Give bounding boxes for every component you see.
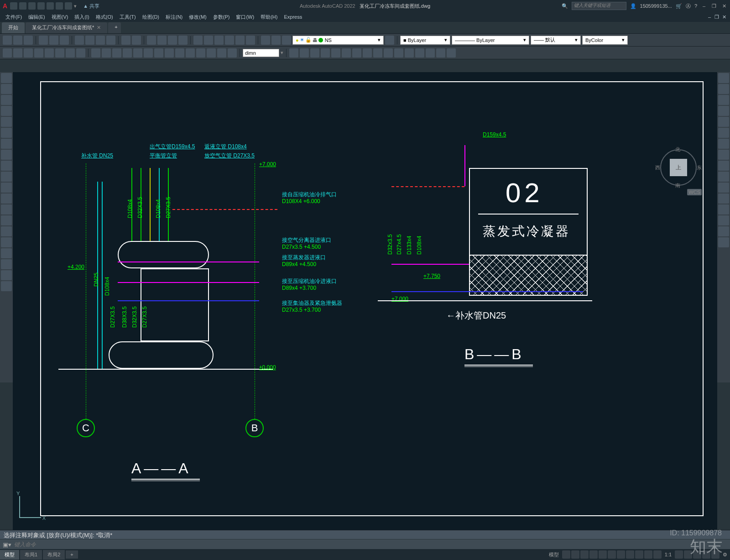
hatch-icon[interactable] — [76, 48, 85, 58]
pl-ellipse-icon[interactable] — [1, 172, 12, 182]
pl-rect-icon[interactable] — [1, 117, 12, 127]
pr-fillet-icon[interactable] — [718, 226, 729, 236]
pr-extend-icon[interactable] — [718, 183, 729, 193]
layer-dropdown[interactable]: ●☀🔓🖶 NS▾ — [292, 36, 384, 45]
dim-rad-icon[interactable] — [321, 48, 330, 58]
status-osnap-icon[interactable] — [599, 550, 607, 559]
leader-icon[interactable] — [373, 48, 382, 58]
linetype-dropdown[interactable]: ———— ByLayer▾ — [452, 36, 529, 45]
pl-block-icon[interactable] — [1, 204, 12, 215]
dim-cont-icon[interactable] — [352, 48, 361, 58]
qat-saveas-icon[interactable] — [37, 2, 45, 10]
layer-state-icon[interactable] — [271, 36, 281, 45]
qat-redo-icon[interactable] — [65, 2, 72, 10]
pl-insert-icon[interactable] — [1, 194, 12, 204]
move-icon[interactable] — [91, 48, 100, 58]
pr-mirror-icon[interactable] — [718, 95, 729, 105]
layout-tab-plus[interactable]: + — [66, 550, 78, 559]
pr-break-icon[interactable] — [718, 194, 729, 204]
dc-icon[interactable] — [204, 36, 213, 45]
preview-icon[interactable] — [49, 36, 58, 45]
pr-move-icon[interactable] — [718, 128, 729, 138]
layout-tab-model[interactable]: 模型 — [0, 550, 19, 560]
layout-tab-1[interactable]: 布局1 — [20, 550, 42, 560]
status-grid-icon[interactable] — [562, 550, 570, 559]
circle-icon[interactable] — [24, 48, 33, 58]
dim-ord-icon[interactable] — [342, 48, 351, 58]
status-hw-icon[interactable] — [702, 550, 710, 559]
cut-icon[interactable] — [75, 36, 84, 45]
offset-icon[interactable] — [196, 48, 205, 58]
qat-dropdown-icon[interactable]: ▾ — [74, 3, 77, 9]
pl-point-icon[interactable] — [1, 215, 12, 225]
doc-close-button[interactable]: ✕ — [721, 14, 727, 20]
pan-icon[interactable] — [147, 36, 156, 45]
qat-undo-icon[interactable] — [56, 2, 63, 10]
pl-grad-icon[interactable] — [1, 237, 12, 247]
menu-help[interactable]: 帮助(H) — [258, 13, 280, 21]
view-cube[interactable]: 上 北 南 东 西 WCS — [658, 147, 699, 188]
tp-icon[interactable] — [214, 36, 224, 45]
menu-tools[interactable]: 工具(T) — [117, 13, 139, 21]
menu-view[interactable]: 视图(V) — [49, 13, 71, 21]
zoomwin-icon[interactable] — [168, 36, 177, 45]
command-input[interactable] — [14, 541, 727, 548]
fillet-icon[interactable] — [175, 48, 184, 58]
menu-insert[interactable]: 插入(I) — [72, 13, 92, 21]
undo2-icon[interactable] — [121, 36, 130, 45]
status-clean-icon[interactable] — [711, 550, 720, 559]
rotate-icon[interactable] — [112, 48, 121, 58]
paste-icon[interactable] — [96, 36, 105, 45]
rect-icon[interactable] — [45, 48, 54, 58]
pr-copy-icon[interactable] — [718, 84, 729, 94]
menu-file[interactable]: 文件(F) — [3, 13, 25, 21]
qat-open-icon[interactable] — [19, 2, 26, 10]
dimstyle-dd-icon[interactable]: ▾ — [281, 50, 283, 56]
markup-icon[interactable] — [235, 36, 245, 45]
stretch-icon[interactable] — [144, 48, 153, 58]
menu-format[interactable]: 格式(O) — [93, 13, 116, 21]
status-iso-icon[interactable] — [693, 550, 701, 559]
dim-edit-icon[interactable] — [415, 48, 424, 58]
tab-start[interactable]: 开始 — [2, 22, 25, 33]
search-input[interactable]: 键入关键字或短语 — [572, 2, 626, 10]
pl-addsel-icon[interactable] — [1, 281, 12, 291]
color-dropdown[interactable]: ■ ByLayer▾ — [400, 36, 450, 45]
trim-icon[interactable] — [154, 48, 163, 58]
pl-ellarc-icon[interactable] — [1, 183, 12, 193]
pr-trim-icon[interactable] — [718, 172, 729, 182]
cart-icon[interactable]: 🛒 — [676, 3, 682, 9]
print-icon[interactable] — [39, 36, 48, 45]
pr-stretch-icon[interactable] — [718, 161, 729, 171]
ellipse-icon[interactable] — [66, 48, 75, 58]
ssm-icon[interactable] — [225, 36, 234, 45]
dim-lin-icon[interactable] — [289, 48, 298, 58]
status-monitor-icon[interactable] — [684, 550, 692, 559]
doc-max-button[interactable]: ❐ — [714, 14, 720, 20]
status-lwt-icon[interactable] — [626, 550, 634, 559]
menu-param[interactable]: 参数(P) — [210, 13, 233, 21]
pl-region-icon[interactable] — [1, 248, 12, 258]
zoomprev-icon[interactable] — [178, 36, 188, 45]
pr-rotate-icon[interactable] — [718, 139, 729, 149]
copy-icon[interactable] — [85, 36, 94, 45]
menu-express[interactable]: Express — [281, 13, 305, 21]
layer-mgr-icon[interactable] — [261, 36, 270, 45]
user-label[interactable]: 1505999135... — [640, 3, 672, 9]
qc-icon[interactable] — [246, 36, 255, 45]
tab-new[interactable]: + — [108, 22, 121, 33]
copy2-icon[interactable] — [102, 48, 111, 58]
pr-chamfer-icon[interactable] — [718, 215, 729, 225]
dim-tedit-icon[interactable] — [426, 48, 435, 58]
pl-table-icon[interactable] — [1, 259, 12, 269]
plotstyle-dropdown[interactable]: ByColor▾ — [582, 36, 628, 45]
status-trans-icon[interactable] — [635, 550, 643, 559]
tol-icon[interactable] — [394, 48, 403, 58]
layer-prev-icon[interactable] — [385, 36, 394, 45]
dim-ang-icon[interactable] — [310, 48, 319, 58]
status-scale[interactable]: 1:1 — [662, 552, 674, 557]
array-icon[interactable] — [207, 48, 216, 58]
arc-icon[interactable] — [34, 48, 43, 58]
redo2-icon[interactable] — [132, 36, 141, 45]
line-icon[interactable] — [3, 48, 12, 58]
